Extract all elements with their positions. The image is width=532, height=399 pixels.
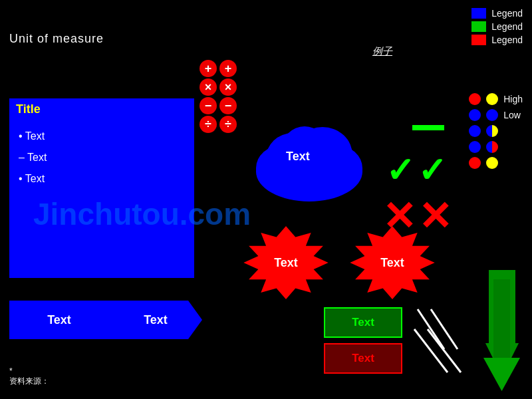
svg-line-6 <box>418 309 444 349</box>
starburst-1: Text <box>243 226 329 299</box>
circle-red-high <box>469 93 481 105</box>
math-symbols-left: + × − ÷ <box>200 60 217 133</box>
circle-blue-low <box>469 109 481 121</box>
high-row: High <box>469 93 523 105</box>
math-times-2: × <box>219 78 237 96</box>
bullet-3: • Text <box>19 168 185 190</box>
math-plus-2: + <box>219 60 237 77</box>
math-minus-2: − <box>219 97 237 114</box>
arrow-box-left: Text <box>9 301 109 339</box>
circle-half-by <box>486 125 498 137</box>
high-low-container: High Low <box>469 93 523 169</box>
blue-box-content: • Text – Text • Text <box>11 120 193 195</box>
starburst-1-text: Text <box>274 256 298 270</box>
red-text-box: Text <box>324 343 402 374</box>
green-text-box: Text <box>324 307 402 338</box>
circle-half-br <box>486 141 498 153</box>
checkmark-area: ✓ ✓ <box>386 153 447 188</box>
checkmark-2: ✓ <box>418 151 447 190</box>
starburst-container: Text Text <box>243 226 436 299</box>
mixed-row-1 <box>469 125 523 137</box>
legend-color-red <box>471 35 486 45</box>
starburst-2-text: Text <box>380 256 404 270</box>
svg-line-9 <box>428 329 461 372</box>
math-divide: ÷ <box>200 116 217 133</box>
legend-container: Legend Legend Legend <box>471 8 523 45</box>
circle-blue-m1 <box>469 125 481 137</box>
svg-marker-15 <box>483 358 520 391</box>
legend-color-green <box>471 21 486 32</box>
math-divide-2: ÷ <box>219 116 237 133</box>
legend-label-red: Legend <box>491 35 523 45</box>
checkmark-1: ✓ <box>386 151 415 190</box>
blue-content-box: Title • Text – Text • Text <box>9 98 194 278</box>
math-minus: − <box>200 97 217 114</box>
footnote-star: * <box>9 366 49 376</box>
mixed-row-3 <box>469 157 523 169</box>
blue-box-title: Title <box>11 100 193 120</box>
circle-blue-m2 <box>469 141 481 153</box>
green-dash <box>412 125 444 130</box>
red-box-text: Text <box>352 352 374 365</box>
circle-yellow-high <box>486 93 498 105</box>
cloud-text: Text <box>286 150 310 164</box>
bullet-2: – Text <box>19 147 185 168</box>
low-label: Low <box>503 110 521 120</box>
unit-of-measure-label: Unit of measure <box>9 32 104 46</box>
legend-item-green: Legend <box>471 21 523 32</box>
legend-label-green: Legend <box>491 21 523 32</box>
circle-red-m3 <box>469 157 481 169</box>
math-times: × <box>200 78 217 96</box>
mixed-row-2 <box>469 141 523 153</box>
legend-label-blue: Legend <box>491 8 523 19</box>
svg-rect-13 <box>493 279 510 359</box>
low-row: Low <box>469 109 523 121</box>
arrow-box-right: Text <box>109 301 202 339</box>
footnote: * 资料来源： <box>9 366 49 387</box>
legend-item-red: Legend <box>471 35 523 45</box>
footnote-source: 资料来源： <box>9 376 49 387</box>
starburst-2: Text <box>349 226 436 299</box>
legend-color-blue <box>471 8 486 19</box>
reizi-label: 例子 <box>372 45 392 58</box>
green-box-text: Text <box>352 316 374 329</box>
math-plus: + <box>200 60 217 77</box>
circle-yellow-m3 <box>486 157 498 169</box>
bullet-1: • Text <box>19 126 185 147</box>
legend-item-blue: Legend <box>471 8 523 19</box>
svg-line-7 <box>431 309 458 349</box>
high-label: High <box>503 94 523 104</box>
circle-blue-low2 <box>486 109 498 121</box>
green-arrow-shape <box>483 279 520 395</box>
arrow-box-container: Text Text <box>9 301 202 339</box>
svg-line-8 <box>414 329 448 372</box>
diagonal-lines <box>411 303 477 378</box>
math-symbols-right: + × − ÷ <box>219 60 237 133</box>
